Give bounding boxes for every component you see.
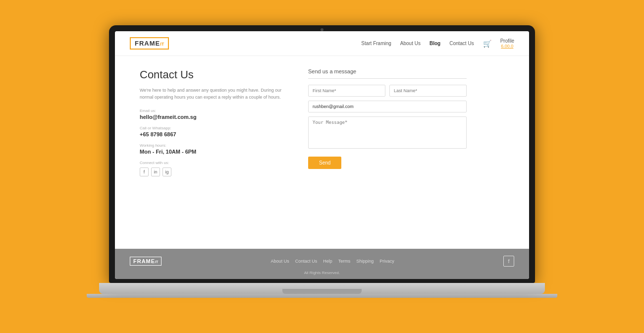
contact-info: Contact Us We're here to help and answer… xyxy=(140,68,288,239)
footer-main: FRAME IT About Us Contact Us Help Terms … xyxy=(130,256,514,267)
nav-start-framing[interactable]: Start Framing xyxy=(361,41,391,46)
site-footer: FRAME IT About Us Contact Us Help Terms … xyxy=(115,249,529,279)
email-label: Email us: xyxy=(140,109,288,113)
logo-frame-text: FRAME xyxy=(135,40,160,47)
nav-contact-us[interactable]: Contact Us xyxy=(449,41,474,46)
screen-bezel: FRAME IT Start Framing About Us Blog Con… xyxy=(109,25,535,283)
footer-help[interactable]: Help xyxy=(323,259,332,264)
contact-description: We're here to help and answer any questi… xyxy=(140,87,288,101)
hours-label: Working hours: xyxy=(140,143,288,148)
footer-shipping[interactable]: Shipping xyxy=(356,259,374,264)
nav-about-us[interactable]: About Us xyxy=(400,41,421,46)
logo[interactable]: FRAME IT xyxy=(130,37,169,50)
form-title: Send us a message xyxy=(308,68,467,74)
name-row xyxy=(308,85,467,97)
social-icons: f in ig xyxy=(140,167,288,176)
footer-logo-frame: FRAME xyxy=(133,258,155,264)
facebook-icon[interactable]: f xyxy=(140,167,149,176)
last-name-input[interactable] xyxy=(389,85,467,97)
message-textarea[interactable] xyxy=(308,116,467,149)
screen: FRAME IT Start Framing About Us Blog Con… xyxy=(115,31,529,279)
footer-links: About Us Contact Us Help Terms Shipping … xyxy=(271,259,394,264)
cart-icon[interactable]: 🛒 xyxy=(483,40,491,48)
first-name-input[interactable] xyxy=(308,85,385,97)
footer-logo[interactable]: FRAME IT xyxy=(130,257,161,266)
camera xyxy=(321,28,323,31)
nav-blog[interactable]: Blog xyxy=(429,41,440,46)
contact-title: Contact Us xyxy=(140,68,288,81)
email-value: hello@frameit.com.sg xyxy=(140,114,288,120)
site-wrapper: FRAME IT Start Framing About Us Blog Con… xyxy=(115,31,529,279)
nav-profile[interactable]: Profile 6.00.0 xyxy=(500,38,514,49)
phone-section: Call or Whatsapp: +65 8798 6867 xyxy=(140,126,288,137)
footer-copyright: All Rights Reserved. xyxy=(304,271,340,275)
hours-section: Working hours: Mon - Fri, 10AM - 6PM xyxy=(140,143,288,155)
logo-it-text: IT xyxy=(160,42,164,47)
linkedin-icon[interactable]: in xyxy=(151,167,160,176)
laptop-base xyxy=(99,283,545,294)
site-header: FRAME IT Start Framing About Us Blog Con… xyxy=(115,31,529,56)
nav: Start Framing About Us Blog Contact Us 🛒… xyxy=(361,38,514,49)
footer-logo-it: IT xyxy=(155,260,158,264)
instagram-icon[interactable]: ig xyxy=(162,167,171,176)
laptop-container: FRAME IT Start Framing About Us Blog Con… xyxy=(99,25,545,308)
contact-form: Send us a message Send xyxy=(308,68,467,239)
footer-contact[interactable]: Contact Us xyxy=(295,259,318,264)
email-input[interactable] xyxy=(308,101,467,112)
phone-value: +65 8798 6867 xyxy=(140,131,288,137)
laptop-bottom xyxy=(87,294,557,298)
footer-facebook-icon[interactable]: f xyxy=(503,256,514,267)
profile-label: Profile xyxy=(500,38,514,44)
footer-about[interactable]: About Us xyxy=(271,259,289,264)
hours-value: Mon - Fri, 10AM - 6PM xyxy=(140,149,288,155)
social-section: Connect with us: f in ig xyxy=(140,161,288,176)
social-label: Connect with us: xyxy=(140,161,288,165)
email-section: Email us: hello@frameit.com.sg xyxy=(140,109,288,120)
footer-terms[interactable]: Terms xyxy=(338,259,351,264)
site-main: Contact Us We're here to help and answer… xyxy=(115,56,529,249)
send-button[interactable]: Send xyxy=(308,157,341,169)
phone-label: Call or Whatsapp: xyxy=(140,126,288,130)
profile-link: 6.00.0 xyxy=(501,44,513,49)
form-divider xyxy=(308,78,467,79)
footer-privacy[interactable]: Privacy xyxy=(379,259,394,264)
